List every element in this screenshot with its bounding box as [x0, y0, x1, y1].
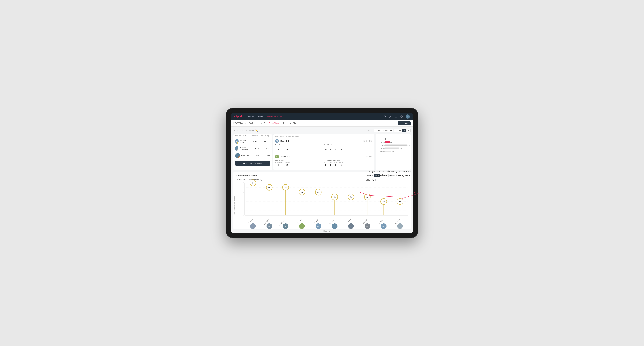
svg-text:Birdies: Birdies [381, 141, 385, 143]
filter-btn[interactable] [407, 129, 410, 133]
streaks-title: Best Round Streaks ← [236, 174, 262, 177]
svg-text:3x: 3x [382, 201, 385, 203]
top-nav: clippd Home Teams My Performance [231, 113, 413, 120]
round-card-2: JC Josh Coles 26 Aug 2023 Total Rounds [275, 155, 372, 168]
y-axis-wrapper: Best Streak, Fairway Accuracy [236, 183, 245, 227]
svg-text:BM: BM [268, 226, 270, 227]
streak-chart-container: Best Streak, Fairway Accuracy 0 1 2 [236, 183, 408, 227]
tpa-row-1: OTT 0 APP 0 ARG [324, 146, 372, 151]
grid-view-btn[interactable] [394, 129, 398, 133]
nav-my-performance[interactable]: My Performance [267, 115, 282, 118]
show-label: Show [368, 130, 372, 132]
user-avatar[interactable]: U [406, 114, 410, 119]
svg-text:D. Bogeys +: D. Bogeys + [378, 151, 385, 152]
svg-rect-6 [395, 131, 396, 131]
stat-arg-2: ARG 0 [334, 162, 337, 167]
bell-icon[interactable] [394, 115, 398, 118]
stat-ott-1: OTT 0 [324, 146, 327, 151]
stat-tournament-1: Tournament 8 [275, 146, 282, 151]
svg-text:7x: 7x [252, 182, 254, 184]
rank-badge-1: 1 [236, 142, 238, 144]
round-player-name-2: Josh Coles [280, 156, 362, 158]
player-info-2: EC 2 Edward Crossman [235, 146, 250, 151]
tpa-block-2: Total Practice Activities OTT 0 APP [324, 160, 372, 167]
pb-avg-3: 103 [263, 155, 272, 157]
col-pb-avg: PB AVG SQ [260, 135, 270, 137]
annotation-container: Here you can see streaks your players ha… [366, 169, 415, 182]
svg-text:200: 200 [395, 154, 397, 155]
streaks-title-text: Best Round Streaks [236, 174, 258, 177]
round-avatar-1: RB [275, 139, 279, 143]
sub-nav-links: PGAT Players PGA Hcaps 1-5 Team Clippd T… [234, 120, 300, 126]
svg-text:96: 96 [390, 141, 392, 143]
avatar-1: RB 1 [235, 139, 238, 144]
pb-score-2: 18/20 [250, 148, 262, 150]
round-player-header-2: JC Josh Coles 26 Aug 2023 [275, 155, 372, 159]
person-icon[interactable] [389, 115, 392, 118]
stat-row-1: Tournament 8 Practice 4 [275, 146, 323, 151]
svg-text:3: 3 [386, 138, 386, 140]
svg-text:DB: DB [285, 226, 286, 227]
subnav-pga[interactable]: PGA [249, 120, 253, 126]
round-card-1: RB Rees Britt 02 Sep 2023 Total Rounds [275, 139, 372, 153]
svg-text:5x: 5x [317, 191, 320, 193]
round-date-1: 02 Sep 2023 [364, 140, 372, 142]
panels-grid: PLAYER NAME PB SCORE PB AVG SQ RB 1 [234, 134, 410, 170]
svg-text:Bogeys: Bogeys [380, 148, 385, 149]
pb-avg-2: 107 [262, 148, 272, 150]
pb-score-3: 17/20 [251, 155, 263, 157]
leaderboard-panel: PLAYER NAME PB SCORE PB AVG SQ RB 1 [234, 134, 272, 170]
streak-chart-area: 0 1 2 3 4 5 6 7 [245, 183, 408, 227]
nav-teams[interactable]: Teams [257, 115, 264, 118]
svg-text:400: 400 [406, 154, 408, 155]
svg-text:6x: 6x [268, 187, 270, 189]
svg-rect-11 [404, 130, 405, 130]
svg-text:JC: JC [301, 226, 303, 227]
svg-text:Eagles: Eagles [381, 138, 385, 140]
svg-rect-15 [385, 138, 386, 140]
svg-point-2 [390, 116, 391, 117]
team-title: Team Clippd 14 Players ✏️ [234, 130, 258, 132]
svg-rect-8 [399, 130, 401, 130]
svg-text:MM: MM [366, 226, 368, 227]
svg-text:M. Miler: M. Miler [362, 219, 368, 224]
subnav-pgat[interactable]: PGAT Players [234, 120, 246, 126]
subnav-hcaps[interactable]: Hcaps 1-5 [256, 120, 265, 126]
nav-left: clippd Home Teams My Performance [234, 115, 282, 118]
avatar-3: C 3 [235, 153, 240, 158]
table-row: RB 1 Richard Butler 19/20 110 [234, 138, 272, 145]
nav-right: U [383, 114, 410, 119]
subnav-all-players[interactable]: All Players [290, 120, 300, 126]
table-view-btn[interactable] [402, 129, 406, 133]
svg-text:6: 6 [242, 187, 244, 189]
svg-text:131: 131 [392, 151, 394, 152]
round-player-name-1: Rees Britt [280, 140, 362, 142]
tpa-row-2: OTT 0 APP 0 ARG [324, 162, 372, 167]
add-team-button[interactable]: Add Team [398, 121, 410, 125]
bar-chart-panel: Eagles 3 Birdies 96 Pars 499 [376, 134, 410, 170]
edit-icon[interactable]: ✏️ [255, 130, 258, 132]
svg-text:499: 499 [408, 145, 410, 146]
col-player-name: PLAYER NAME [235, 135, 248, 137]
player-count: 14 Players [245, 130, 254, 132]
period-select[interactable]: Last 3 months [374, 129, 393, 133]
view-full-leaderboard-button[interactable]: View Full Leaderboard [235, 161, 270, 166]
svg-rect-21 [385, 145, 407, 146]
nav-home[interactable]: Home [248, 115, 254, 118]
svg-text:4x: 4x [334, 196, 336, 198]
list-view-btn[interactable] [398, 129, 402, 133]
svg-text:D. Ford: D. Ford [346, 219, 352, 224]
avatar-2: EC 2 [235, 146, 238, 151]
settings-icon[interactable] [400, 115, 403, 118]
svg-text:5x: 5x [301, 191, 303, 193]
search-icon[interactable] [383, 115, 386, 118]
bar-chart-svg: Eagles 3 Birdies 96 Pars 499 [377, 136, 409, 161]
team-name: Team Clippd [234, 130, 244, 132]
stat-app-2: APP 0 [329, 162, 332, 167]
svg-text:DF: DF [350, 226, 352, 227]
player-info-3: C 3 Cameron... [235, 153, 251, 158]
subnav-tour[interactable]: Tour [283, 120, 287, 126]
player-name-2: Edward Crossman [240, 147, 250, 151]
svg-rect-5 [396, 130, 397, 130]
subnav-team-clippd[interactable]: Team Clippd [269, 120, 280, 126]
